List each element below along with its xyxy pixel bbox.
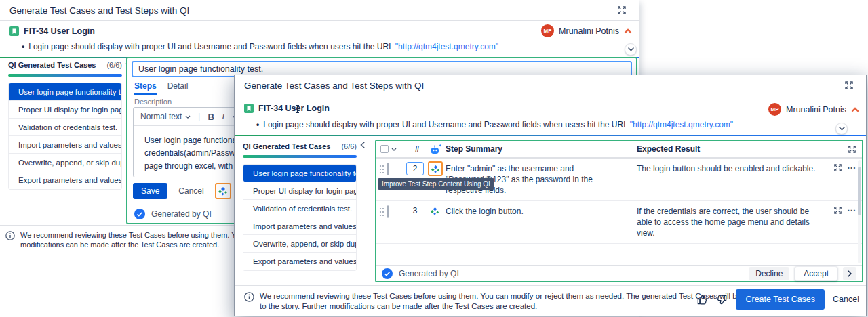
sidebar-collapse-icon[interactable]	[360, 142, 365, 148]
sidebar-item-test-case[interactable]: Proper UI display for login page.	[243, 182, 356, 200]
row-more-menu[interactable]: ⋯	[847, 165, 856, 171]
cancel-button[interactable]: Cancel	[833, 295, 859, 304]
check-circle-icon	[382, 268, 393, 279]
requirement-link[interactable]: "http://qtm4jtest.qmetry.com"	[630, 120, 733, 129]
description-label: Description	[134, 98, 172, 106]
story-icon	[9, 26, 19, 36]
expected-result-cell[interactable]: If the credentials are correct, the user…	[637, 206, 828, 243]
tab-detail[interactable]: Detail	[167, 81, 189, 95]
sidebar-item-test-case[interactable]: User login page functionality te...	[243, 165, 356, 182]
improve-with-qi-button[interactable]	[215, 183, 231, 199]
test-steps-panel: # Step Summary Expected Result	[375, 140, 863, 282]
step-number-input[interactable]: 2	[406, 162, 424, 175]
ibeam-cursor	[294, 104, 300, 114]
decline-button[interactable]: Decline	[749, 267, 789, 280]
sidebar-item-test-case[interactable]: Overwrite, append, or skip dupl...	[243, 235, 356, 253]
user-menu[interactable]: MP Mrunalini Potnis	[768, 103, 859, 116]
sidebar-item-test-case[interactable]: Validation of credentials test.	[9, 119, 121, 136]
story-row: FIT-34 User Login	[244, 104, 330, 113]
table-scrollbar[interactable]	[858, 160, 861, 263]
story-key[interactable]: FIT-34 User Login	[24, 26, 95, 36]
expand-row-icon[interactable]	[833, 163, 842, 172]
drag-handle[interactable]	[379, 206, 387, 217]
sidebar-item-test-case[interactable]: Proper UI display for login page.	[9, 101, 121, 119]
dialog-generate-test-cases-front: Generate Test Cases and Test Steps with …	[234, 75, 867, 316]
requirement-text: Login page should display with proper UI…	[28, 42, 395, 51]
test-case-list: User login page functionality te... Prop…	[8, 83, 122, 190]
sidebar-item-test-case[interactable]: Validation of credentials test.	[243, 200, 356, 217]
row-more-menu[interactable]: ⋯	[847, 207, 856, 214]
thumbs-down-icon[interactable]	[716, 294, 728, 305]
expand-row-icon[interactable]	[833, 206, 842, 215]
sidebar-item-test-case[interactable]: Import parameters and values fr...	[9, 136, 121, 154]
chevron-up-icon	[851, 107, 859, 112]
screen: Generate Test Cases and Test Steps with …	[0, 0, 868, 317]
generation-progress-bar	[243, 155, 357, 158]
row-checkbox[interactable]	[387, 205, 389, 218]
step-number: 3	[406, 206, 424, 215]
sidebar-item-test-case[interactable]: Export parameters and values t...	[243, 253, 356, 270]
improve-step-with-qi-button[interactable]	[428, 161, 443, 176]
dialog-header: Generate Test Cases and Test Steps with …	[0, 0, 639, 21]
info-icon	[5, 231, 15, 240]
table-footer: Generated by QI Decline Accept	[376, 265, 862, 281]
create-test-cases-button[interactable]: Create Test Cases	[736, 289, 825, 310]
table-body: 2 Enter "admin" as the username and "Pas…	[376, 158, 862, 247]
collapse-section-button[interactable]	[625, 43, 637, 56]
table-row: 4 Provide invalid credentials (e.g., inc…	[376, 244, 862, 247]
dialog-title: Generate Test Cases and Test Steps with …	[9, 5, 189, 16]
qi-sparkle-icon	[431, 164, 441, 174]
thumbs-up-icon[interactable]	[696, 294, 708, 305]
row-checkbox[interactable]	[387, 163, 389, 175]
expand-icon[interactable]	[842, 78, 856, 93]
text-style-dropdown[interactable]: Normal text	[140, 112, 191, 121]
column-step-number: #	[406, 144, 428, 154]
next-test-case-button[interactable]	[843, 267, 856, 280]
save-button[interactable]: Save	[133, 183, 167, 199]
avatar: MP	[541, 24, 554, 37]
story-row: FIT-34 User Login	[9, 26, 95, 36]
info-icon	[244, 292, 254, 302]
user-name: Mrunalini Potnis	[559, 26, 619, 36]
step-summary-cell[interactable]: Click the login button.	[446, 206, 637, 221]
editor-tabs: Steps Detail	[134, 81, 188, 95]
italic-button[interactable]: I	[222, 111, 224, 122]
qi-test-cases-sidebar: QI Generated Test Cases (6/6) User login…	[243, 142, 357, 271]
column-step-summary: Step Summary	[446, 144, 637, 154]
editor-actions: Save Cancel	[133, 183, 231, 199]
section-divider	[235, 135, 866, 136]
select-all-checkbox[interactable]	[380, 145, 389, 153]
story-icon	[244, 104, 254, 113]
chevron-up-icon	[624, 28, 632, 34]
requirement-link[interactable]: "http://qtm4jtest.qmetry.com"	[395, 42, 498, 51]
expand-table-icon[interactable]	[848, 145, 856, 154]
test-case-list: User login page functionality te... Prop…	[243, 164, 357, 271]
chevron-down-icon[interactable]	[391, 148, 397, 151]
expand-icon[interactable]	[614, 3, 629, 18]
improve-step-with-qi-button[interactable]	[428, 206, 446, 216]
sidebar-item-test-case[interactable]: Import parameters and values f...	[243, 217, 356, 235]
check-circle-icon	[134, 209, 145, 219]
accept-button[interactable]: Accept	[795, 266, 837, 281]
improve-step-tooltip: Improve Test Step Content Using QI	[378, 178, 494, 190]
sidebar-title: QI Generated Test Cases	[8, 61, 96, 69]
sidebar-item-test-case[interactable]: User login page functionality te...	[9, 83, 121, 101]
dialog-actions: Create Test Cases Cancel	[696, 289, 859, 310]
cancel-button[interactable]: Cancel	[178, 186, 203, 196]
dialog-header: Generate Test Cases and Test Steps with …	[235, 75, 866, 96]
column-expected-result: Expected Result	[637, 144, 828, 154]
sidebar-item-test-case[interactable]: Overwrite, append, or skip dupl...	[9, 154, 121, 171]
drag-handle[interactable]	[379, 163, 387, 174]
collapse-section-button[interactable]	[835, 123, 848, 135]
generated-by-qi-badge: Generated by QI	[399, 269, 459, 278]
bold-button[interactable]: B	[208, 112, 214, 122]
generation-progress-bar	[8, 74, 122, 77]
scrollbar-thumb[interactable]	[858, 167, 861, 215]
chevron-right-icon	[848, 270, 852, 277]
generated-by-qi-badge: Generated by QI	[134, 209, 212, 219]
qi-sparkle-icon	[218, 186, 229, 196]
sidebar-item-test-case[interactable]: Export parameters and values t...	[9, 171, 121, 189]
expected-result-cell[interactable]: The login button should be enabled and c…	[637, 163, 828, 179]
user-menu[interactable]: MP Mrunalini Potnis	[541, 24, 632, 37]
tab-steps[interactable]: Steps	[134, 81, 157, 95]
